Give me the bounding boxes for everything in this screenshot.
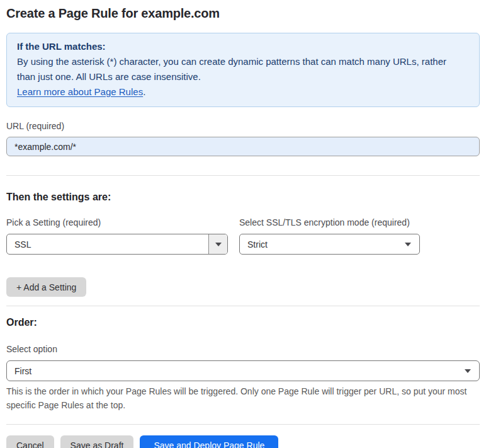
save-draft-button[interactable]: Save as Draft [60,435,134,448]
learn-more-link[interactable]: Learn more about Page Rules [17,86,143,97]
divider [6,424,480,425]
chevron-down-icon [405,243,411,246]
setting-select[interactable]: SSL [6,234,228,255]
divider [6,306,480,306]
add-setting-button[interactable]: + Add a Setting [6,277,86,297]
setting-select-value: SSL [7,239,208,250]
info-box-link-row: Learn more about Page Rules. [17,84,469,100]
chevron-down-icon [465,369,471,373]
footer-actions: Cancel Save as Draft Save and Deploy Pag… [6,435,480,448]
info-box-body: By using the asterisk (*) character, you… [17,54,461,84]
save-deploy-button[interactable]: Save and Deploy Page Rule [140,435,278,448]
order-select[interactable]: First [6,360,480,381]
ssl-mode-select[interactable]: Strict [239,234,420,255]
order-help-text: This is the order in which your Page Rul… [6,384,480,412]
setting-column: Pick a Setting (required) SSL [6,217,228,255]
cancel-button[interactable]: Cancel [6,435,54,448]
info-box-heading: If the URL matches: [17,39,469,54]
settings-heading: Then the settings are: [6,191,480,204]
url-input[interactable] [6,137,480,156]
divider [6,175,480,176]
url-match-info-box: If the URL matches: By using the asteris… [6,33,480,107]
ssl-mode-label: Select SSL/TLS encryption mode (required… [239,217,420,228]
order-select-label: Select option [6,344,480,355]
chevron-down-icon [208,234,227,254]
page-title: Create a Page Rule for example.com [6,5,480,21]
order-select-value: First [7,366,465,376]
settings-row: Pick a Setting (required) SSL Select SSL… [6,217,480,255]
create-page-rule-form: Create a Page Rule for example.com If th… [0,0,486,448]
pick-setting-label: Pick a Setting (required) [6,217,228,228]
url-label: URL (required) [6,121,480,132]
ssl-mode-select-value: Strict [240,239,405,250]
link-period: . [143,86,145,97]
ssl-mode-column: Select SSL/TLS encryption mode (required… [239,217,420,255]
order-heading: Order: [6,316,480,329]
